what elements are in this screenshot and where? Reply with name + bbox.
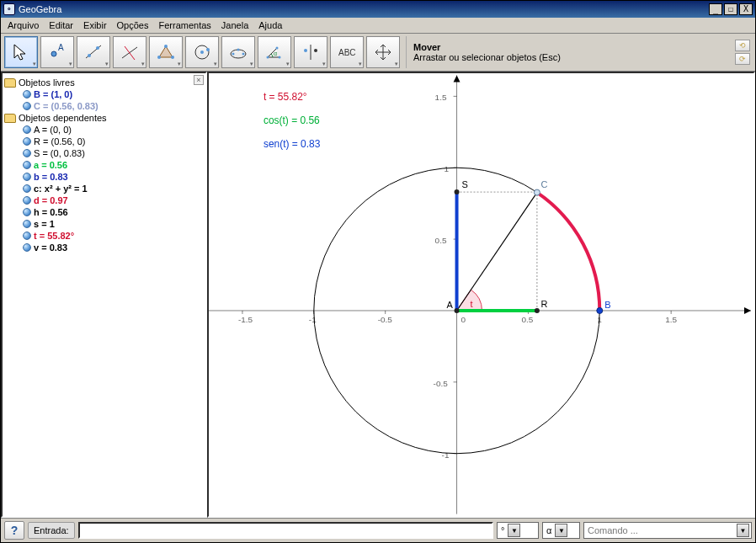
- tree-item[interactable]: t = 55.82°: [4, 230, 204, 242]
- command-dropdown[interactable]: Comando ...▼: [583, 522, 752, 539]
- undo-button[interactable]: ⟲: [735, 40, 750, 51]
- canvas-text-sen: sen(t) = 0.83: [264, 138, 321, 150]
- tree-item[interactable]: A = (0, 0): [4, 124, 204, 136]
- tree-item[interactable]: v = 0.83: [4, 242, 204, 253]
- menu-file[interactable]: Arquivo: [8, 20, 39, 30]
- menu-edit[interactable]: Editar: [49, 20, 73, 30]
- svg-point-19: [279, 56, 281, 59]
- svg-point-18: [267, 56, 269, 59]
- tool-line[interactable]: [77, 36, 110, 68]
- svg-text:R: R: [540, 299, 547, 309]
- svg-point-13: [206, 48, 210, 51]
- minimize-button[interactable]: _: [709, 3, 722, 15]
- svg-text:C: C: [540, 179, 547, 189]
- tool-info-title: Mover: [413, 42, 726, 52]
- tree-item-label: c: x² + y² = 1: [34, 184, 88, 194]
- bullet-icon: [23, 90, 31, 98]
- tool-circle[interactable]: [185, 36, 219, 68]
- tool-perpendicular[interactable]: [113, 36, 146, 68]
- svg-point-57: [455, 308, 460, 313]
- tree-item[interactable]: b = 0.83: [4, 171, 204, 183]
- menu-tools[interactable]: Ferramentas: [158, 20, 210, 30]
- svg-text:-1: -1: [309, 315, 317, 324]
- maximize-button[interactable]: ☐: [724, 3, 737, 15]
- tree-item[interactable]: C = (0.56, 0.83): [4, 100, 204, 112]
- app-icon: ⚬: [3, 3, 15, 15]
- menu-window[interactable]: Janela: [221, 20, 248, 30]
- svg-text:0: 0: [461, 315, 466, 324]
- alpha-dropdown[interactable]: α▼: [542, 522, 580, 539]
- svg-text:1.5: 1.5: [435, 93, 447, 102]
- close-button[interactable]: X: [739, 3, 753, 15]
- svg-point-58: [535, 308, 540, 313]
- menu-options[interactable]: Opções: [117, 20, 149, 30]
- tree-item[interactable]: c: x² + y² = 1: [4, 183, 204, 194]
- svg-text:1: 1: [445, 164, 450, 173]
- tool-movegraphics[interactable]: [366, 36, 400, 68]
- canvas-text-t: t = 55.82°: [264, 91, 307, 103]
- redo-button[interactable]: ⟳: [735, 53, 750, 65]
- svg-point-20: [276, 47, 279, 50]
- svg-point-24: [314, 49, 317, 52]
- sidebar-close[interactable]: ×: [194, 75, 204, 85]
- tree-item-label: A = (0, 0): [34, 125, 72, 135]
- tool-ellipse[interactable]: [221, 36, 255, 68]
- tool-info-desc: Arrastar ou selecionar objetos (Esc): [413, 52, 726, 62]
- content: × Objetos livres B = (1, 0)C = (0.56, 0.…: [1, 72, 755, 519]
- chevron-down-icon: ▼: [737, 524, 749, 537]
- tree-section-dep[interactable]: Objetos dependentes: [4, 112, 204, 124]
- tree-item[interactable]: d = 0.97: [4, 194, 204, 206]
- tree: Objetos livres B = (1, 0)C = (0.56, 0.83…: [3, 73, 205, 257]
- tool-move[interactable]: [4, 36, 38, 68]
- svg-text:-0.5: -0.5: [378, 315, 393, 324]
- svg-point-16: [242, 53, 245, 56]
- tree-item[interactable]: h = 0.56: [4, 206, 204, 218]
- tree-item[interactable]: R = (0.56, 0): [4, 136, 204, 147]
- bullet-icon: [23, 208, 31, 216]
- bullet-icon: [23, 125, 31, 134]
- bullet-icon: [23, 173, 31, 181]
- tree-item[interactable]: s = 1: [4, 218, 204, 230]
- svg-text:-1: -1: [442, 450, 450, 460]
- bullet-icon: [23, 220, 31, 228]
- toolbar: A α ABC Mover Arrastar ou selecionar obj…: [1, 34, 755, 72]
- app-title: GeoGebra: [19, 4, 61, 14]
- tool-point[interactable]: A: [40, 36, 74, 68]
- unit-dropdown[interactable]: °▼: [497, 522, 539, 539]
- svg-point-3: [88, 54, 91, 57]
- tree-item[interactable]: B = (1, 0): [4, 88, 204, 100]
- menu-help[interactable]: Ajuda: [258, 20, 282, 30]
- tree-section-dep-label: Objetos dependentes: [19, 113, 107, 123]
- tree-item[interactable]: S = (0, 0.83): [4, 147, 204, 159]
- tree-item-label: d = 0.97: [34, 195, 68, 205]
- graphics-canvas[interactable]: -1.5 -1 -0.5 0.5 1 1.5 1.5 1 0.5 -0.5 -1…: [207, 72, 755, 518]
- tool-text[interactable]: ABC: [330, 36, 364, 68]
- tree-item-label: v = 0.83: [34, 242, 67, 253]
- tool-info: Mover Arrastar ou selecionar objetos (Es…: [406, 36, 732, 68]
- menubar: Arquivo Editar Exibir Opções Ferramentas…: [1, 18, 755, 34]
- tree-section-free[interactable]: Objetos livres: [4, 77, 204, 88]
- chevron-down-icon: ▼: [555, 524, 567, 537]
- menu-view[interactable]: Exibir: [83, 20, 107, 30]
- svg-text:α: α: [274, 51, 277, 56]
- input-field[interactable]: [78, 522, 493, 539]
- tree-item-label: s = 1: [34, 219, 55, 229]
- tool-reflect[interactable]: [294, 36, 327, 68]
- tool-polygon[interactable]: [149, 36, 183, 68]
- svg-point-60: [597, 307, 603, 313]
- svg-point-59: [455, 189, 460, 194]
- tree-item[interactable]: a = 0.56: [4, 159, 204, 171]
- tree-item-label: S = (0, 0.83): [34, 148, 85, 158]
- bottombar: ? Entrada: °▼ α▼ Comando ...▼: [1, 519, 755, 542]
- tree-item-label: t = 55.82°: [34, 231, 74, 241]
- bullet-icon: [23, 232, 31, 240]
- canvas-text-cos: cos(t) = 0.56: [264, 114, 320, 126]
- svg-point-0: [51, 51, 56, 56]
- window-buttons: _ ☐ X: [709, 3, 753, 15]
- svg-text:1.5: 1.5: [665, 315, 677, 324]
- tool-angle[interactable]: α: [258, 36, 291, 68]
- help-button[interactable]: ?: [4, 521, 24, 540]
- svg-point-61: [534, 189, 540, 195]
- chevron-down-icon: ▼: [508, 524, 520, 537]
- titlebar: ⚬ GeoGebra _ ☐ X: [1, 1, 755, 18]
